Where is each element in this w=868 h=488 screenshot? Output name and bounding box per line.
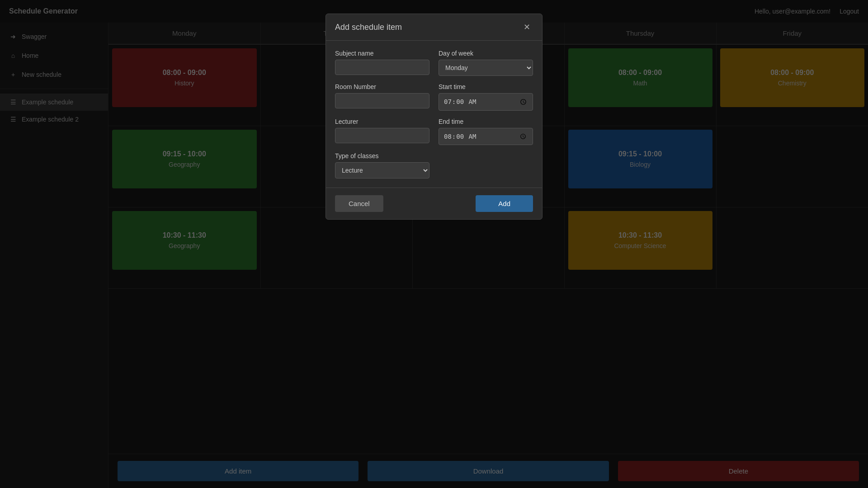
modal-header: Add schedule item ✕ [326, 14, 542, 41]
empty-grid-cell [439, 152, 533, 178]
day-of-week-group: Day of week Monday Tuesday Wednesday Thu… [439, 50, 533, 76]
start-time-input[interactable] [439, 93, 533, 111]
subject-name-label: Subject name [335, 50, 429, 57]
type-of-classes-label: Type of classes [335, 152, 429, 160]
lecturer-label: Lecturer [335, 118, 429, 125]
start-time-group: Start time [439, 83, 533, 111]
modal-close-button[interactable]: ✕ [521, 21, 533, 33]
lecturer-group: Lecturer [335, 118, 429, 145]
end-time-input[interactable] [439, 128, 533, 145]
modal-dialog: Add schedule item ✕ Subject name Day of … [326, 14, 542, 220]
modal-overlay: Add schedule item ✕ Subject name Day of … [0, 0, 868, 488]
end-time-group: End time [439, 118, 533, 145]
room-number-input[interactable] [335, 93, 429, 108]
room-number-group: Room Number [335, 83, 429, 111]
modal-add-button[interactable]: Add [476, 195, 533, 212]
cancel-button[interactable]: Cancel [335, 195, 383, 212]
room-number-label: Room Number [335, 83, 429, 90]
modal-footer: Cancel Add [326, 188, 542, 219]
end-time-label: End time [439, 118, 533, 125]
modal-title: Add schedule item [335, 23, 402, 32]
type-of-classes-select[interactable]: Lecture Laboratory Tutorial Seminar [335, 162, 429, 178]
day-of-week-select[interactable]: Monday Tuesday Wednesday Thursday Friday [439, 60, 533, 76]
start-time-label: Start time [439, 83, 533, 90]
modal-body: Subject name Day of week Monday Tuesday … [326, 41, 542, 188]
type-of-classes-group: Type of classes Lecture Laboratory Tutor… [335, 152, 429, 178]
lecturer-input[interactable] [335, 128, 429, 143]
day-of-week-label: Day of week [439, 50, 533, 57]
subject-name-group: Subject name [335, 50, 429, 76]
subject-name-input[interactable] [335, 60, 429, 75]
